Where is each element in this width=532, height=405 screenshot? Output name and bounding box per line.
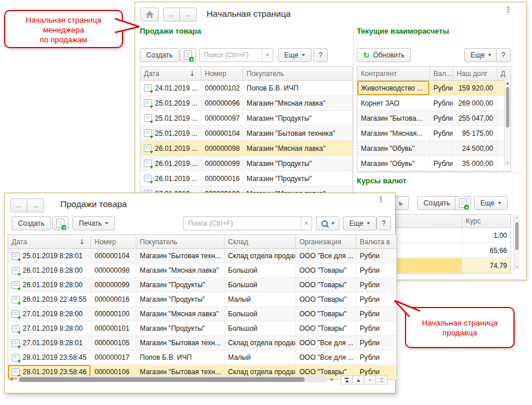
- help-button[interactable]: ?: [377, 216, 391, 230]
- table-row[interactable]: Магазин "Обувь" 24 500,00: [357, 141, 511, 156]
- column-header-number[interactable]: Номер: [201, 67, 243, 80]
- rates-panel-title: Курсы валют: [357, 176, 406, 185]
- chevron-down-icon: [498, 202, 501, 204]
- page-down-button[interactable]: [364, 375, 376, 385]
- table-row[interactable]: 26.01.2019 22:49:55 000000016 Магазин "П…: [8, 292, 396, 307]
- back-icon: ←: [15, 201, 23, 210]
- column-header-currency[interactable]: Вал...: [430, 67, 453, 80]
- forward-button[interactable]: →: [180, 8, 197, 21]
- table-row[interactable]: 27.01.2019 8:28:01 000000105 Магазин "Бы…: [8, 336, 396, 350]
- back-button[interactable]: ←: [163, 8, 180, 21]
- home-button[interactable]: [140, 8, 159, 21]
- document-icon: [144, 84, 152, 92]
- document-icon: [12, 252, 20, 260]
- table-row[interactable]: 26.01.2019 ... 000000099 Магазин "Продук…: [140, 156, 352, 171]
- create-button[interactable]: Создать: [417, 196, 457, 210]
- sales-window-menu-icon[interactable]: ⋮: [377, 198, 385, 201]
- new-document-button[interactable]: [180, 48, 196, 62]
- column-header-our-debt[interactable]: Наш долг: [453, 67, 497, 80]
- column-header-warehouse[interactable]: Склад: [225, 235, 296, 248]
- document-icon: [144, 129, 152, 137]
- print-button[interactable]: Печать: [73, 216, 115, 230]
- table-row[interactable]: 25.01.2019 ... 000000096 Магазин "Мясная…: [140, 96, 352, 111]
- settlements-scrollbar[interactable]: [504, 80, 511, 167]
- scroll-right-icon[interactable]: [331, 378, 334, 381]
- back-icon: ←: [168, 10, 175, 19]
- new-document-button[interactable]: [455, 196, 471, 210]
- horizontal-scrollbar[interactable]: [17, 376, 327, 382]
- chevron-down-icon: [302, 54, 305, 56]
- sort-desc-icon: ↓: [79, 238, 87, 246]
- more-button[interactable]: Еще: [474, 196, 508, 210]
- go-last-button[interactable]: [375, 375, 388, 385]
- more-button[interactable]: Еще: [343, 216, 377, 230]
- new-document-button[interactable]: [52, 216, 68, 230]
- more-button[interactable]: Еще: [464, 48, 498, 62]
- table-row[interactable]: Корнет ЗАО Рубли 269 000,00: [357, 96, 511, 111]
- table-row[interactable]: 26.01.2019 ... 000000016 Магазин "Продук…: [140, 171, 352, 186]
- callout-manager: Начальная страница менеджера по продажам: [4, 10, 123, 48]
- document-icon: [144, 160, 152, 167]
- table-row-selected[interactable]: Животноводство ... Рубли 159 920,00: [357, 81, 511, 96]
- settlements-panel-title: Текущие взаиморасчеты: [357, 27, 449, 35]
- table-row[interactable]: 27.01.2019 8:28:00 000000100 Магазин "Мя…: [8, 307, 396, 321]
- column-header-org[interactable]: Организация: [296, 235, 356, 248]
- column-header-buyer[interactable]: Покупатель: [136, 235, 225, 248]
- column-header-date[interactable]: Дата↓: [8, 235, 91, 248]
- table-row[interactable]: 26.01.2019 8:28:00 000000098 Магазин "Мя…: [8, 263, 396, 278]
- go-first-button[interactable]: [341, 375, 353, 385]
- new-document-icon: [184, 50, 192, 60]
- table-row[interactable]: Магазин "Обувь" Рубли 35 000,00: [357, 156, 511, 171]
- create-button[interactable]: Создать: [12, 216, 51, 230]
- table-row[interactable]: 26.01.2019 8:28:00 000000099 Магазин "Пр…: [8, 278, 396, 292]
- document-icon: [12, 310, 20, 318]
- more-button[interactable]: Еще: [278, 48, 312, 62]
- column-header-buyer[interactable]: Покупатель: [243, 67, 352, 80]
- column-header-date[interactable]: Дата↓: [140, 67, 201, 80]
- home-window-menu-icon[interactable]: ⋮: [505, 8, 512, 12]
- forward-button[interactable]: →: [27, 198, 44, 212]
- column-header-debt[interactable]: Д: [497, 67, 511, 80]
- table-row[interactable]: 27.01.2019 8:28:00 000000101 Магазин "Пр…: [8, 321, 396, 336]
- page-up-button[interactable]: [352, 375, 364, 385]
- table-row-selected[interactable]: 26.01.2019 ... 000000098 Магазин "Мясная…: [140, 141, 352, 156]
- document-icon: [12, 267, 20, 274]
- table-row[interactable]: Магазин "Мясная... Рубли 95 175,00: [357, 126, 511, 141]
- home-sales-table: Дата↓ Номер Покупатель 24.01.2019 ... 00…: [140, 66, 353, 202]
- table-row[interactable]: 24.01.2019 ... 000000102 Попов Б.В. ИЧП: [140, 81, 352, 96]
- table-row[interactable]: 25.01.2019 ... 000000104 Магазин "Бытова…: [140, 126, 352, 141]
- sales-window: ← → Продажи товара ⋮ Создать Печать × Ещ…: [4, 193, 396, 393]
- clear-search-icon[interactable]: ×: [262, 49, 273, 62]
- rates-scrollbar[interactable]: [513, 214, 520, 270]
- forward-icon: →: [32, 201, 39, 210]
- chevron-down-icon: [105, 222, 108, 225]
- table-row[interactable]: 25.01.2019 ... 000000097 Магазин "Продук…: [140, 111, 352, 126]
- refresh-button[interactable]: ↻ Обновить: [357, 48, 411, 62]
- create-button[interactable]: Создать: [140, 48, 179, 62]
- help-button[interactable]: ?: [496, 48, 511, 62]
- table-row[interactable]: 25.01.2019 8:28:01 000000104 Магазин "Бы…: [8, 249, 396, 263]
- advanced-search-button[interactable]: [316, 216, 339, 230]
- column-header-counterparty[interactable]: Контрагент: [357, 67, 430, 80]
- clear-search-icon[interactable]: ×: [301, 217, 312, 230]
- refresh-icon: ↻: [363, 51, 370, 60]
- document-icon: [144, 114, 152, 122]
- column-header-currency[interactable]: Валюта в: [356, 235, 396, 248]
- sort-desc-icon: ↓: [189, 70, 197, 78]
- sales-panel-title: Продажи товара: [140, 27, 201, 35]
- new-document-icon: [56, 219, 64, 228]
- sales-search: ×: [199, 48, 273, 62]
- search-icon: [321, 220, 328, 227]
- column-header-rate[interactable]: Курс: [462, 215, 511, 227]
- sales-table: Дата↓ Номер Покупатель Склад Организация…: [8, 234, 397, 380]
- table-row[interactable]: 28.01.2019 23:58:45 000000017 Попов Б.В.…: [8, 350, 396, 365]
- back-button[interactable]: ←: [10, 198, 27, 212]
- document-icon: [12, 296, 20, 303]
- help-button[interactable]: ?: [313, 48, 328, 62]
- chevron-down-icon: [367, 222, 370, 225]
- document-icon: [12, 281, 20, 289]
- scroll-left-icon[interactable]: [10, 378, 13, 381]
- search-input[interactable]: [184, 217, 312, 230]
- column-header-number[interactable]: Номер: [91, 235, 136, 248]
- table-row[interactable]: Магазин "Бытова... Рубли 255 047,00: [357, 111, 511, 126]
